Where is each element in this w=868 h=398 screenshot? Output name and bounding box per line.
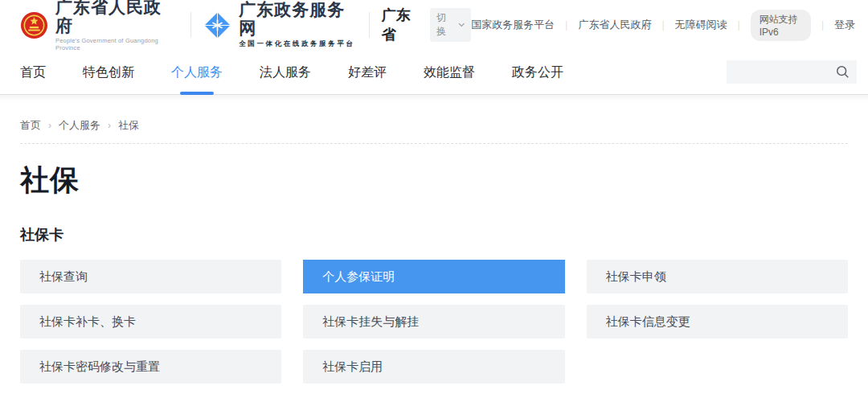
service-personal-insurance-proof[interactable]: 个人参保证明 [303, 260, 564, 293]
service-social-insurance-query[interactable]: 社保查询 [20, 260, 281, 293]
nav-item-legal-services[interactable]: 法人服务 [260, 50, 311, 95]
gov-logo-title: 广东省人民政府 [55, 0, 178, 35]
nav-item-home[interactable]: 首页 [20, 50, 46, 95]
nav-item-review[interactable]: 好差评 [348, 50, 387, 95]
region-switch-button[interactable]: 切换 [430, 8, 471, 42]
link-accessibility[interactable]: 无障碍阅读 [675, 18, 727, 32]
top-bar: 广东省人民政府 People's Government of Guangdong… [0, 0, 868, 50]
portal-logo[interactable]: 广东政务服务网 全国一体化在线政务服务平台 [203, 1, 357, 48]
portal-logo-title: 广东政务服务网 [239, 1, 357, 36]
breadcrumb-home[interactable]: 首页 [20, 118, 41, 133]
nav-items: 首页 特色创新 个人服务 法人服务 好差评 效能监督 政务公开 [20, 50, 563, 95]
breadcrumb-current: 社保 [118, 118, 139, 133]
breadcrumb: 首页 › 个人服务 › 社保 [20, 95, 848, 144]
service-card-activation[interactable]: 社保卡启用 [303, 350, 564, 384]
breadcrumb-separator: › [108, 120, 111, 131]
ipv6-badge[interactable]: 网站支持IPv6 [751, 10, 811, 41]
search-input[interactable] [735, 65, 836, 79]
service-card-loss-report[interactable]: 社保卡挂失与解挂 [303, 305, 564, 339]
link-separator: | [661, 19, 664, 31]
service-card-info-change[interactable]: 社保卡信息变更 [587, 305, 848, 339]
gov-logo[interactable]: 广东省人民政府 People's Government of Guangdong… [20, 0, 178, 51]
login-link[interactable]: 登录 [834, 18, 855, 32]
link-separator: | [738, 19, 740, 31]
service-grid: 社保查询 个人参保证明 社保卡申领 社保卡补卡、换卡 社保卡挂失与解挂 社保卡信… [20, 260, 848, 384]
nav-item-supervision[interactable]: 效能监督 [424, 50, 475, 95]
nav-item-gov-affairs[interactable]: 政务公开 [512, 50, 563, 95]
breadcrumb-personal-services[interactable]: 个人服务 [59, 118, 100, 133]
search-icon[interactable] [836, 65, 850, 79]
national-emblem-icon [20, 11, 48, 39]
header-links: 国家政务服务平台 | 广东省人民政府 | 无障碍阅读 | 网站支持IPv6 | … [471, 10, 855, 41]
nav-item-personal-services[interactable]: 个人服务 [171, 50, 223, 95]
service-card-application[interactable]: 社保卡申领 [587, 260, 848, 293]
link-national-platform[interactable]: 国家政务服务平台 [471, 18, 555, 32]
portal-pinwheel-icon [203, 11, 231, 39]
service-card-replacement[interactable]: 社保卡补卡、换卡 [20, 305, 281, 339]
main-nav: 首页 特色创新 个人服务 法人服务 好差评 效能监督 政务公开 [0, 50, 868, 95]
portal-logo-subtitle: 全国一体化在线政务服务平台 [239, 39, 357, 49]
section-title-social-security-card: 社保卡 [20, 225, 848, 244]
page-title: 社保 [20, 161, 848, 200]
breadcrumb-separator: › [48, 120, 51, 131]
search-box[interactable] [727, 60, 857, 84]
link-separator: | [565, 19, 567, 31]
region-name: 广东省 [382, 6, 423, 44]
link-separator: | [821, 19, 824, 31]
header-divider [190, 12, 191, 38]
nav-item-featured[interactable]: 特色创新 [83, 50, 134, 95]
region-switch-label: 切换 [436, 11, 455, 39]
service-card-password-reset[interactable]: 社保卡密码修改与重置 [20, 350, 281, 384]
chevron-down-icon [458, 23, 465, 27]
region-selector: 广东省 切换 [382, 6, 472, 44]
header-divider [369, 12, 370, 38]
link-guangdong-gov[interactable]: 广东省人民政府 [578, 18, 651, 32]
